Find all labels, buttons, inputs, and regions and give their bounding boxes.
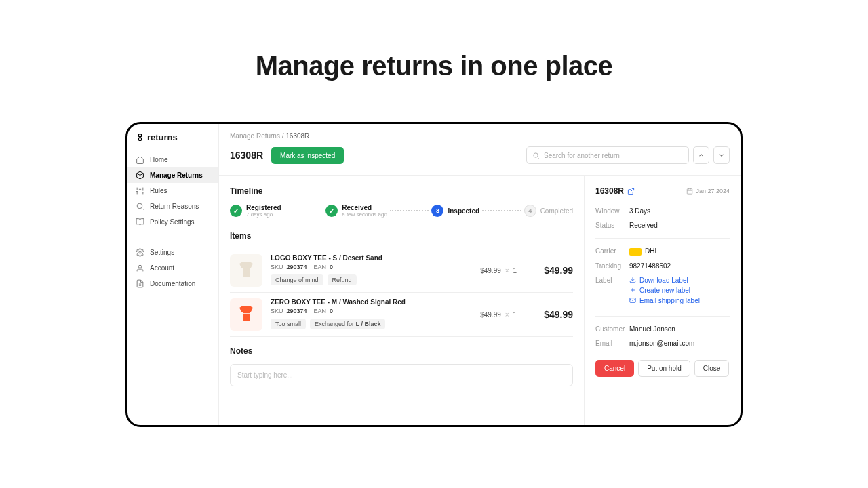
tshirt-icon [234, 302, 258, 327]
item-image [230, 298, 262, 331]
svg-point-1 [138, 138, 141, 140]
email-value: m.jonson@email.com [629, 340, 694, 347]
item-meta: SKU 290374 EAN 0 [271, 264, 472, 270]
timeline-received: Receiveda few seconds ago [326, 204, 387, 218]
chevron-down-icon [718, 152, 725, 159]
notes-input[interactable]: Start typing here... [230, 364, 573, 386]
page-header: 16308R Mark as inspected Search for anot… [219, 146, 741, 176]
check-icon [230, 205, 242, 217]
svg-point-5 [534, 152, 538, 157]
nav-policy-settings[interactable]: Policy Settings [127, 214, 218, 230]
mail-icon [629, 297, 636, 304]
item-image [230, 254, 262, 287]
svg-point-3 [139, 251, 141, 253]
tshirt-icon [234, 258, 258, 283]
resolution-tag: Refund [328, 274, 357, 285]
sidebar: returns Home Manage Returns Rules Retur [127, 124, 219, 425]
nav-documentation[interactable]: Documentation [127, 276, 218, 291]
prev-return-button[interactable] [693, 146, 709, 164]
step-number: 3 [431, 205, 443, 217]
item-name: LOGO BOXY TEE - S / Desert Sand [271, 254, 472, 262]
reason-tag: Too small [271, 319, 306, 329]
timeline-registered: Registered7 days ago [230, 204, 281, 218]
dhl-badge-icon [629, 248, 642, 256]
timeline-completed: 4 Completed [524, 205, 573, 217]
external-link-icon[interactable] [627, 188, 635, 195]
svg-rect-6 [688, 189, 693, 195]
download-icon [629, 277, 636, 283]
nav-settings[interactable]: Settings [127, 245, 218, 260]
svg-point-2 [137, 203, 142, 209]
app-logo: returns [127, 132, 218, 152]
timeline-title: Timeline [230, 186, 573, 196]
item-row: LOGO BOXY TEE - S / Desert Sand SKU 2903… [230, 249, 573, 293]
search-icon [532, 152, 540, 159]
create-label-link[interactable]: Create new label [629, 287, 700, 294]
search-icon [136, 202, 144, 211]
item-row: ZERO BOXY TEE - M / Washed Signal Red SK… [230, 293, 573, 337]
box-icon [136, 171, 144, 180]
details-date: Jan 27 2024 [686, 188, 730, 195]
item-unit-price: $49.99×1 [480, 267, 517, 274]
plus-icon [629, 287, 636, 293]
app-frame: returns Home Manage Returns Rules Retur [125, 122, 743, 427]
breadcrumb-root[interactable]: Manage Returns / [230, 132, 284, 140]
download-label-link[interactable]: Download Label [629, 277, 700, 284]
timeline-inspected: 3 Inspected [431, 205, 479, 217]
details-id: 16308R [595, 186, 635, 196]
chevron-up-icon [698, 152, 705, 159]
window-value: 3 Days [629, 207, 650, 215]
file-icon [136, 279, 144, 288]
center-column: Timeline Registered7 days ago Receiveda … [219, 176, 585, 425]
status-value: Received [629, 222, 658, 229]
book-icon [136, 218, 144, 226]
mark-inspected-button[interactable]: Mark as inspected [271, 147, 344, 164]
reason-tag: Change of mind [271, 274, 323, 285]
items-title: Items [230, 231, 573, 241]
sliders-icon [136, 186, 144, 195]
carrier-value: DHL [629, 247, 658, 256]
tracking-value: 98271488502 [629, 262, 671, 270]
logo-icon [136, 133, 144, 142]
nav-manage-returns[interactable]: Manage Returns [127, 167, 218, 183]
email-label-link[interactable]: Email shipping label [629, 297, 700, 304]
nav-account[interactable]: Account [127, 260, 218, 276]
gear-icon [136, 248, 144, 257]
svg-point-4 [138, 265, 141, 268]
nav-return-reasons[interactable]: Return Reasons [127, 199, 218, 214]
item-name: ZERO BOXY TEE - M / Washed Signal Red [271, 298, 472, 306]
return-id: 16308R [230, 150, 263, 161]
hero-title: Manage returns in one place [0, 51, 868, 81]
details-sidebar: 16308R Jan 27 2024 Window3 Days StatusRe… [585, 176, 741, 425]
item-meta: SKU 290374 EAN 0 [271, 308, 472, 314]
notes-title: Notes [230, 346, 573, 356]
cancel-button[interactable]: Cancel [595, 360, 634, 377]
check-icon [326, 205, 338, 217]
nav-rules[interactable]: Rules [127, 183, 218, 199]
hold-button[interactable]: Put on hold [638, 360, 690, 377]
home-icon [136, 155, 144, 164]
step-number: 4 [524, 205, 536, 217]
exchange-tag: Exchanged for L / Black [310, 319, 385, 329]
close-button[interactable]: Close [694, 360, 730, 377]
item-total-price: $49.99 [544, 309, 573, 320]
svg-point-0 [138, 134, 141, 137]
customer-value: Manuel Jonson [629, 325, 675, 333]
next-return-button[interactable] [713, 146, 730, 164]
nav-home[interactable]: Home [127, 152, 218, 167]
breadcrumb-current: 16308R [285, 132, 309, 140]
search-input[interactable]: Search for another return [526, 146, 689, 164]
item-total-price: $49.99 [544, 265, 573, 276]
user-icon [136, 264, 144, 272]
calendar-icon [686, 188, 693, 195]
timeline: Registered7 days ago Receiveda few secon… [230, 204, 573, 218]
item-unit-price: $49.99×1 [480, 311, 517, 319]
main-panel: Manage Returns / 16308R 16308R Mark as i… [219, 124, 741, 425]
breadcrumb: Manage Returns / 16308R [219, 124, 741, 146]
